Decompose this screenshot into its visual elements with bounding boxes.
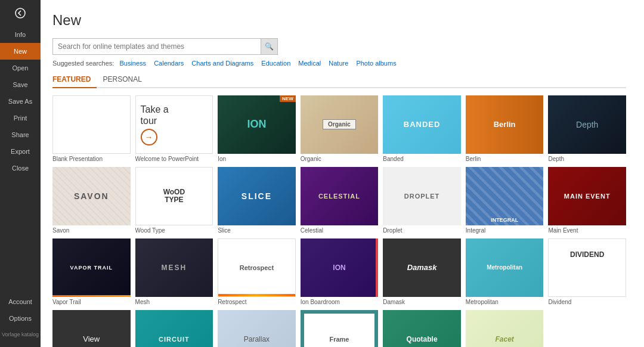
sidebar-item-new[interactable]: New bbox=[0, 43, 41, 60]
template-grid: Blank Presentation Take atour → Welcome … bbox=[52, 95, 626, 347]
ion-new-tag: NEW bbox=[280, 95, 296, 102]
tab-personal[interactable]: PERSONAL bbox=[103, 73, 147, 88]
main-content: New 🔍 Suggested searches: Business Calen… bbox=[41, 0, 644, 347]
sidebar-item-share[interactable]: Share bbox=[0, 126, 41, 143]
template-integral[interactable]: INTEGRAL Integral bbox=[466, 167, 544, 234]
template-metropolitan[interactable]: Metropolitan Metropolitan bbox=[466, 238, 544, 305]
template-frame[interactable]: Frame Frame bbox=[301, 310, 379, 347]
suggested-calendars[interactable]: Calendars bbox=[154, 60, 184, 67]
template-ionboardroom[interactable]: ION Ion Boardroom bbox=[301, 238, 379, 305]
template-organic[interactable]: Organic Organic bbox=[301, 95, 379, 162]
template-mainevent[interactable]: MAIN EVENT Main Event bbox=[548, 167, 626, 234]
sidebar-footer-label: Vorlage katalog bbox=[0, 327, 41, 342]
suggested-medical[interactable]: Medical bbox=[298, 60, 321, 67]
sidebar: Info New Open Save Save As Print Share E… bbox=[0, 0, 41, 347]
template-mesh[interactable]: MESH Mesh bbox=[135, 238, 213, 305]
sidebar-item-close[interactable]: Close bbox=[0, 160, 41, 176]
sidebar-item-options[interactable]: Options bbox=[0, 310, 41, 327]
tab-featured[interactable]: FEATURED bbox=[52, 73, 97, 88]
search-button[interactable]: 🔍 bbox=[261, 38, 278, 55]
template-circuit[interactable]: CIRCUIT Circuit bbox=[135, 310, 213, 347]
suggested-nature[interactable]: Nature bbox=[329, 60, 348, 67]
template-vaportrail[interactable]: VAPOR TRAIL Vapor Trail bbox=[52, 238, 131, 305]
template-retrospect[interactable]: Retrospect Retrospect bbox=[218, 238, 296, 305]
sidebar-item-info[interactable]: Info bbox=[0, 26, 41, 43]
template-blank[interactable]: Blank Presentation bbox=[52, 95, 131, 162]
template-tour[interactable]: Take atour → Welcome to PowerPoint bbox=[135, 95, 213, 162]
template-dividend[interactable]: DIVIDEND Dividend bbox=[548, 238, 626, 305]
suggested-charts[interactable]: Charts and Diagrams bbox=[191, 60, 253, 67]
back-button[interactable] bbox=[0, 0, 41, 26]
page-title: New bbox=[52, 12, 626, 29]
template-droplet[interactable]: DROPLET Droplet bbox=[383, 167, 461, 234]
svg-point-0 bbox=[16, 8, 25, 18]
template-slice[interactable]: SLICE Slice bbox=[218, 167, 296, 234]
template-berlin[interactable]: Berlin Berlin bbox=[466, 95, 544, 162]
search-icon: 🔍 bbox=[265, 42, 274, 51]
template-view[interactable]: View View bbox=[52, 310, 131, 347]
template-depth[interactable]: Depth Depth bbox=[548, 95, 626, 162]
template-savon[interactable]: SAVON Savon bbox=[52, 167, 131, 234]
template-parallax[interactable]: Parallax Parallax bbox=[218, 310, 296, 347]
suggested-education[interactable]: Education bbox=[261, 60, 290, 67]
template-quotable[interactable]: Quotable Quotable bbox=[383, 310, 461, 347]
suggested-business[interactable]: Business bbox=[119, 60, 146, 67]
template-celestial[interactable]: CELESTIAL Celestial bbox=[301, 167, 379, 234]
sidebar-item-save[interactable]: Save bbox=[0, 76, 41, 93]
sidebar-item-print[interactable]: Print bbox=[0, 110, 41, 126]
template-damask[interactable]: Damask Damask bbox=[383, 238, 461, 305]
tabs-row: FEATURED PERSONAL bbox=[52, 73, 626, 88]
suggested-searches: Suggested searches: Business Calendars C… bbox=[52, 60, 626, 67]
search-input[interactable] bbox=[52, 38, 261, 55]
template-woodtype[interactable]: WoODTYPE Wood Type bbox=[135, 167, 213, 234]
sidebar-item-saveas[interactable]: Save As bbox=[0, 93, 41, 110]
search-row: 🔍 bbox=[52, 38, 626, 55]
template-banded[interactable]: BANDED Banded bbox=[383, 95, 461, 162]
suggested-photoalbums[interactable]: Photo albums bbox=[356, 60, 396, 67]
sidebar-item-open[interactable]: Open bbox=[0, 60, 41, 76]
template-ion[interactable]: ION NEW Ion bbox=[218, 95, 296, 162]
sidebar-item-export[interactable]: Export bbox=[0, 143, 41, 160]
tour-arrow-icon: → bbox=[141, 129, 157, 145]
sidebar-item-account[interactable]: Account bbox=[0, 293, 41, 310]
template-facet[interactable]: Facet Facet bbox=[466, 310, 544, 347]
